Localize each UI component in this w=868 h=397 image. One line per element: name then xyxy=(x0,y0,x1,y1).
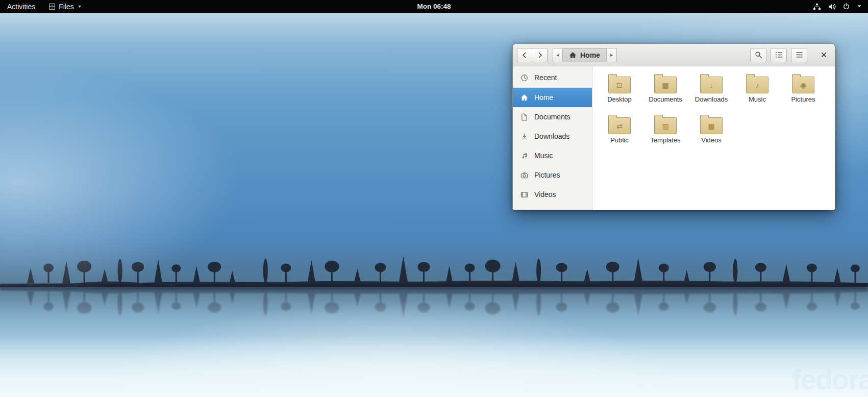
path-bar: ◂ Home ▸ xyxy=(553,48,617,62)
chevron-right-icon xyxy=(536,51,544,59)
chevron-left-icon xyxy=(520,51,529,59)
camera-icon xyxy=(520,172,529,179)
music-emblem-icon: ♪ xyxy=(747,77,768,93)
folder-item-desktop[interactable]: ⊡ Desktop xyxy=(597,72,642,113)
home-icon xyxy=(520,94,529,101)
sidebar-item-label: Downloads xyxy=(534,132,569,140)
sidebar-item-pictures[interactable]: Pictures xyxy=(513,165,592,185)
templates-emblem-icon: ▥ xyxy=(655,118,676,134)
sidebar-item-label: Home xyxy=(534,93,553,102)
view-list-button[interactable] xyxy=(771,48,787,62)
sidebar-item-music[interactable]: Music xyxy=(513,146,592,165)
folder-icon: ⇄ xyxy=(608,117,631,134)
window-body: Recent Home Documents xyxy=(513,66,835,210)
folder-label: Public xyxy=(610,136,628,144)
desktop: fedora Activities Files Mon 06:48 xyxy=(0,0,868,397)
folder-item-templates[interactable]: ▥ Templates xyxy=(642,113,688,154)
folder-icon: ▦ xyxy=(700,117,723,134)
folder-label: Desktop xyxy=(607,95,632,103)
back-button[interactable] xyxy=(517,48,532,62)
system-status-area[interactable] xyxy=(813,0,868,13)
documents-emblem-icon: ▤ xyxy=(655,77,676,93)
hamburger-icon xyxy=(796,52,803,58)
fedora-watermark: fedora xyxy=(792,363,868,396)
sidebar-item-documents[interactable]: Documents xyxy=(513,107,592,127)
clock-label: Mon 06:48 xyxy=(417,3,451,10)
forward-button[interactable] xyxy=(532,48,548,62)
sidebar-item-label: Pictures xyxy=(534,171,560,179)
folder-item-pictures[interactable]: ◉ Pictures xyxy=(780,72,826,113)
folder-icon: ▥ xyxy=(654,117,677,134)
places-sidebar: Recent Home Documents xyxy=(513,66,592,210)
folder-label: Videos xyxy=(701,136,722,144)
menu-button[interactable] xyxy=(791,48,807,62)
videos-emblem-icon: ▦ xyxy=(701,118,722,134)
path-home-button[interactable]: Home xyxy=(563,48,607,62)
sidebar-item-videos[interactable]: Videos xyxy=(513,185,592,204)
film-icon xyxy=(520,191,529,198)
header-tools xyxy=(750,48,831,62)
app-menu-button[interactable]: Files xyxy=(42,0,87,13)
desktop-emblem-icon: ⊡ xyxy=(609,77,630,93)
close-icon xyxy=(820,51,828,59)
public-emblem-icon: ⇄ xyxy=(609,118,630,134)
folder-label: Downloads xyxy=(695,95,728,103)
document-icon xyxy=(520,113,529,121)
path-scroll-right-button[interactable]: ▸ xyxy=(607,48,617,62)
power-icon xyxy=(842,3,850,10)
clock-icon xyxy=(520,74,529,82)
activities-label: Activities xyxy=(7,3,35,11)
window-titlebar[interactable]: ◂ Home ▸ xyxy=(513,44,835,66)
triangle-left-icon: ◂ xyxy=(556,52,559,58)
wallpaper-fog xyxy=(0,336,868,397)
search-icon xyxy=(755,51,762,59)
network-icon xyxy=(813,3,821,10)
folder-label: Pictures xyxy=(791,95,815,103)
folder-icon: ▤ xyxy=(654,77,677,93)
files-window: ◂ Home ▸ xyxy=(512,43,835,210)
folder-item-videos[interactable]: ▦ Videos xyxy=(688,113,734,154)
pictures-emblem-icon: ◉ xyxy=(792,77,814,93)
close-button[interactable] xyxy=(816,48,831,62)
sidebar-item-label: Music xyxy=(534,152,553,160)
folder-label: Documents xyxy=(649,95,682,103)
clock-button[interactable]: Mon 06:48 xyxy=(417,3,451,10)
sidebar-item-label: Videos xyxy=(534,190,556,198)
sidebar-item-home[interactable]: Home xyxy=(513,88,592,107)
file-grid: ⊡ Desktop ▤ Documents ↓ Downloads ♪ Musi… xyxy=(592,66,835,210)
sidebar-item-label: Documents xyxy=(534,113,571,121)
folder-icon: ◉ xyxy=(792,77,814,93)
folder-item-public[interactable]: ⇄ Public xyxy=(597,113,642,154)
files-app-icon xyxy=(48,3,56,10)
folder-item-documents[interactable]: ▤ Documents xyxy=(642,72,688,113)
search-button[interactable] xyxy=(750,48,766,62)
top-bar: Activities Files Mon 06:48 xyxy=(0,0,868,13)
triangle-right-icon: ▸ xyxy=(610,52,613,58)
home-icon xyxy=(569,52,577,59)
history-nav xyxy=(517,48,548,62)
sidebar-item-label: Recent xyxy=(534,73,557,82)
folder-label: Templates xyxy=(650,136,680,144)
music-note-icon xyxy=(520,152,529,160)
path-home-label: Home xyxy=(580,51,600,59)
folder-icon: ⊡ xyxy=(608,77,631,93)
folder-item-downloads[interactable]: ↓ Downloads xyxy=(688,72,734,113)
chevron-down-icon xyxy=(78,6,81,8)
downloads-emblem-icon: ↓ xyxy=(701,77,722,93)
volume-icon xyxy=(828,3,836,10)
folder-item-music[interactable]: ♪ Music xyxy=(734,72,780,113)
path-scroll-left-button[interactable]: ◂ xyxy=(553,48,563,62)
download-icon xyxy=(520,133,529,140)
sidebar-item-downloads[interactable]: Downloads xyxy=(513,127,592,146)
app-menu-label: Files xyxy=(59,3,74,11)
activities-button[interactable]: Activities xyxy=(0,0,42,13)
folder-label: Music xyxy=(749,95,766,103)
folder-icon: ↓ xyxy=(700,77,723,93)
chevron-down-icon xyxy=(857,5,862,8)
list-view-icon xyxy=(775,52,783,58)
folder-icon: ♪ xyxy=(746,77,768,93)
sidebar-item-recent[interactable]: Recent xyxy=(513,68,592,88)
